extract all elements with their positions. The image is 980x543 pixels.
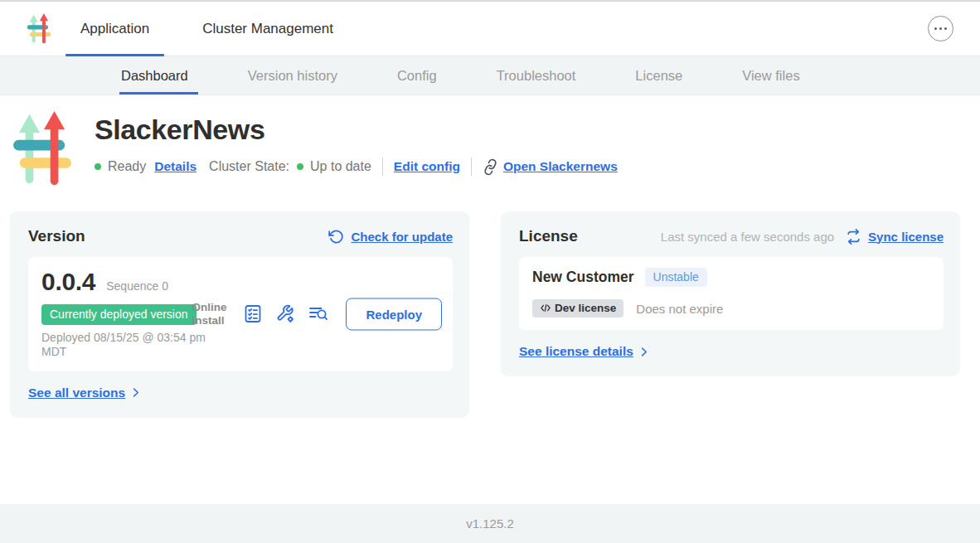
check-for-update-label: Check for update [351, 230, 453, 244]
app-subnav: Dashboard Version history Config Trouble… [0, 56, 980, 95]
ellipsis-icon [934, 27, 937, 30]
page-title: SlackerNews [95, 114, 618, 146]
open-app-link[interactable]: Open Slackernews [483, 159, 618, 175]
version-card-title: Version [28, 227, 85, 245]
app-header: SlackerNews Ready Details Cluster State:… [0, 95, 980, 190]
license-detail-panel: New Customer Unstable Dev license Does n… [519, 257, 944, 330]
current-version-panel: 0.0.4 Sequence 0 Currently deployed vers… [28, 257, 453, 371]
version-config-button[interactable] [275, 304, 295, 324]
tab-cluster-management[interactable]: Cluster Management [187, 2, 348, 56]
version-card-header: Version Check for update [28, 227, 453, 245]
chevron-right-icon [129, 386, 142, 399]
open-app-link-label: Open Slackernews [503, 159, 618, 174]
subnav-tab-view-files[interactable]: View files [742, 56, 799, 95]
channel-badge: Unstable [645, 268, 707, 287]
version-number: 0.0.4 [41, 268, 95, 296]
license-type-badge: Dev license [532, 299, 623, 318]
redeploy-button[interactable]: Redeploy [346, 298, 442, 330]
tab-application[interactable]: Application [65, 2, 164, 56]
license-card: License Last synced a few seconds ago Sy… [501, 211, 960, 376]
primary-tabs: Application Cluster Management [65, 2, 348, 56]
see-all-versions-row: See all versions [28, 385, 453, 400]
view-diff-button[interactable] [308, 304, 328, 324]
dashboard-cards: Version Check for update 0.0.4 Sequence … [0, 190, 980, 418]
sync-license-link[interactable]: Sync license [846, 229, 944, 245]
see-license-details-link[interactable]: See license details [519, 344, 633, 359]
version-number-row: 0.0.4 Sequence 0 [41, 268, 439, 296]
sync-license-label: Sync license [868, 230, 944, 244]
license-card-header: License Last synced a few seconds ago Sy… [519, 227, 944, 245]
dashboard-main: SlackerNews Ready Details Cluster State:… [0, 95, 980, 504]
see-all-versions-link[interactable]: See all versions [28, 385, 125, 400]
chain-link-icon [480, 157, 500, 177]
license-meta-row: Dev license Does not expire [532, 299, 930, 318]
app-footer: v1.125.2 [0, 504, 980, 543]
version-actions: Online Install [192, 298, 442, 330]
sequence-label: Sequence 0 [106, 279, 168, 293]
admin-console-page: Application Cluster Management Dashboard… [0, 0, 980, 543]
license-type-label: Dev license [555, 302, 616, 314]
customer-name-row: New Customer Unstable [532, 268, 930, 287]
deployed-version-badge: Currently deployed version [41, 304, 196, 325]
customer-name: New Customer [532, 269, 634, 286]
subnav-tab-license[interactable]: License [635, 56, 682, 95]
cluster-state-label: Cluster State: [209, 159, 289, 174]
lines-magnifier-icon [308, 304, 328, 324]
chevron-right-icon [638, 346, 650, 358]
install-type-label: Online Install [192, 301, 230, 327]
subnav-tab-dashboard[interactable]: Dashboard [121, 56, 188, 95]
version-card: Version Check for update 0.0.4 Sequence … [10, 211, 469, 418]
divider [382, 158, 383, 176]
more-menu-button[interactable] [928, 16, 953, 41]
console-version: v1.125.2 [466, 516, 514, 531]
navbar-logo [27, 2, 51, 56]
ready-status-label: Ready [108, 159, 146, 174]
subnav-tab-config[interactable]: Config [397, 56, 437, 95]
ready-status-dot-icon [95, 163, 101, 170]
checklist-icon [243, 304, 263, 324]
license-card-title: License [519, 227, 578, 245]
wrench-gear-icon [275, 304, 295, 324]
refresh-icon [328, 229, 344, 245]
divider [471, 158, 472, 176]
subnav-tab-version-history[interactable]: Version history [248, 56, 337, 95]
see-license-details-row: See license details [519, 344, 944, 359]
last-synced-label: Last synced a few seconds ago [661, 230, 834, 244]
deployed-timestamp: Deployed 08/15/25 @ 03:54 pm MDT [41, 331, 221, 359]
status-details-link[interactable]: Details [154, 159, 196, 174]
preflight-checks-button[interactable] [243, 304, 263, 324]
sync-arrows-icon [846, 229, 861, 245]
top-navbar: Application Cluster Management [0, 2, 980, 56]
slackernews-logo-icon [27, 12, 51, 46]
app-logo-large [12, 109, 73, 190]
cluster-state-dot-icon [297, 163, 303, 170]
cluster-state-value: Up to date [310, 159, 371, 174]
check-for-update-link[interactable]: Check for update [328, 229, 453, 245]
edit-config-link[interactable]: Edit config [394, 159, 460, 174]
subnav-tab-troubleshoot[interactable]: Troubleshoot [497, 56, 576, 95]
app-title-block: SlackerNews Ready Details Cluster State:… [95, 109, 618, 176]
app-status-row: Ready Details Cluster State: Up to date … [95, 158, 618, 176]
code-brackets-icon [540, 303, 551, 313]
license-expiration: Does not expire [636, 302, 723, 316]
